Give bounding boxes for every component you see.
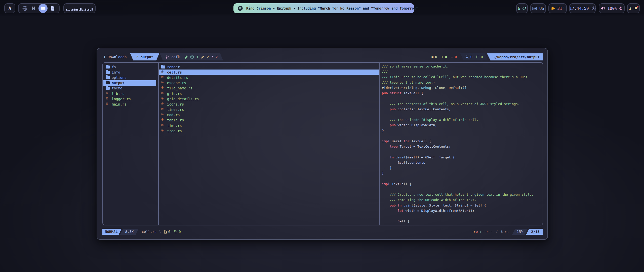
tab-output[interactable]: 2 output [130, 53, 159, 60]
volume-level: 100% [607, 6, 617, 11]
audio-visualizer [63, 3, 96, 13]
file-row[interactable]: file_name.rs [159, 86, 379, 91]
temperature-label: 31° [557, 6, 565, 11]
file-name: info [112, 70, 120, 74]
file-name: theme [112, 86, 122, 90]
file-name: mod.rs [167, 113, 180, 117]
rust-file-icon [161, 92, 165, 95]
git-status-segment: cafk- 1 2 ? 2 [160, 53, 223, 60]
rust-file-icon [161, 103, 165, 106]
rust-file-icon [161, 71, 165, 74]
file-row[interactable]: tree.rs [159, 128, 379, 133]
rust-file-icon [161, 119, 165, 122]
update-refresh-icon [522, 6, 526, 11]
volume-widget[interactable]: 100% [599, 3, 625, 13]
file-name: main.rs [112, 102, 127, 106]
weather-widget[interactable]: 31° [548, 3, 567, 13]
rust-file-icon [161, 76, 165, 79]
notes-app-icon[interactable]: N [30, 5, 37, 12]
equal-count: 0 [435, 55, 437, 59]
notifications-widget[interactable]: 3 [627, 3, 640, 13]
added-count: 0 [445, 55, 447, 59]
rust-file-icon [161, 97, 165, 100]
spotify-icon [237, 6, 243, 11]
file-row[interactable]: output [103, 80, 156, 86]
file-row[interactable]: mod.rs [159, 112, 379, 118]
keyboard-layout-label: US [539, 6, 544, 11]
notification-badge-dot [637, 6, 638, 8]
file-row[interactable]: options [103, 75, 156, 80]
browser-globe-icon[interactable] [22, 5, 28, 12]
clock-time: 17:44:59 [569, 6, 589, 11]
folder-icon [106, 81, 110, 84]
speaker-icon [601, 6, 605, 10]
microphone-icon [619, 6, 623, 11]
file-name: render [167, 65, 180, 69]
file-name: details.rs [167, 76, 188, 80]
keyboard-layout-widget[interactable]: US [530, 3, 546, 13]
file-row[interactable]: lines.rs [159, 107, 379, 112]
file-row[interactable]: time.rs [159, 123, 379, 128]
file-row[interactable]: fs [103, 64, 156, 70]
file-name: escape.rs [167, 81, 186, 85]
mode-indicator: NORMAL [102, 229, 122, 235]
file-row[interactable]: escape.rs [159, 80, 379, 86]
dock: N [18, 3, 60, 13]
folder-icon [106, 65, 110, 69]
equal-icon: = [431, 55, 433, 59]
rust-lang-icon: ® [501, 230, 503, 234]
bell-icon [634, 6, 638, 11]
document-app-icon[interactable] [50, 5, 56, 12]
rust-file-icon [106, 97, 110, 100]
rust-file-icon [161, 124, 165, 127]
sun-icon [551, 6, 555, 11]
file-row[interactable]: grid.rs [159, 91, 379, 96]
file-row[interactable]: info [103, 70, 156, 75]
file-row[interactable]: icons.rs [159, 101, 379, 107]
search-icon [465, 55, 469, 59]
search-count: 0 [470, 55, 472, 59]
tab-downloads[interactable]: 1 Downloads [102, 53, 130, 60]
git-stash-count: 1 [196, 55, 198, 59]
file-name: table.rs [167, 118, 184, 122]
file-row[interactable]: grid_details.rs [159, 96, 379, 101]
folder-icon [41, 6, 46, 11]
updates-widget[interactable]: 6 [516, 3, 528, 13]
file-row[interactable]: theme [103, 86, 156, 91]
keyboard-icon [532, 7, 537, 10]
now-playing-widget[interactable]: King Crimson - Epitaph - Including "Marc… [233, 3, 414, 13]
file-row[interactable]: main.rs [103, 101, 156, 107]
minus-icon: − [451, 55, 453, 59]
file-row[interactable]: table.rs [159, 118, 379, 123]
launcher-button[interactable]: Λ [4, 3, 15, 13]
file-plus-icon [164, 230, 167, 234]
copy-icon [174, 230, 177, 233]
file-row[interactable]: lib.rs [103, 91, 156, 96]
backslash-separator: \ [159, 230, 161, 234]
question-mark-icon: ? [211, 55, 213, 59]
file-manager-window: 1 Downloads 2 output cafk- [97, 48, 548, 240]
rust-file-icon [161, 81, 165, 84]
updates-count: 6 [518, 6, 520, 11]
breadcrumb-path[interactable]: ~/Repos/eza/src/output [487, 53, 543, 60]
flag-count: 0 [481, 55, 483, 59]
file-row[interactable]: cell.rs [159, 70, 379, 75]
file-name: lines.rs [167, 108, 184, 112]
folder-icon [106, 87, 110, 90]
rust-file-icon [161, 108, 165, 111]
file-name: lib.rs [112, 92, 125, 96]
file-manager-dock-icon[interactable] [38, 4, 48, 13]
status-bar: NORMAL 8.3K cell.rs \ 0 0 -rw-r--r-- [102, 229, 543, 235]
clock-widget[interactable]: 17:44:59 [569, 3, 596, 13]
file-row[interactable]: details.rs [159, 75, 379, 80]
search-filter-segment: 0 0 [460, 53, 488, 60]
code-preview: /// so it makes sense to cache it.//////… [382, 64, 543, 224]
file-size: 8.3K [120, 229, 139, 235]
plus-icon: + [441, 55, 443, 59]
file-preview-pane: /// so it makes sense to cache it.//////… [380, 63, 543, 225]
document-icon [51, 6, 55, 11]
file-row[interactable]: logger.rs [103, 96, 156, 101]
file-permissions: -rw-r--r-- [471, 230, 493, 234]
file-row[interactable]: render [159, 64, 379, 70]
package-box-icon [190, 55, 194, 59]
